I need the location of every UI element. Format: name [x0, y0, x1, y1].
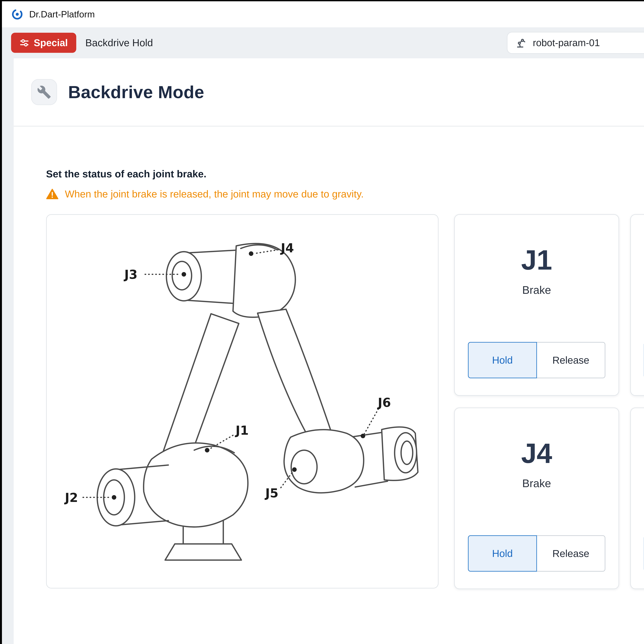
brake-toggle-j1: Hold Release [468, 342, 605, 378]
app-window: Dr.Dart-Platform – ▢ ✕ Special Backdrive… [2, 1, 644, 644]
joint-label-j6: J6 [377, 395, 391, 410]
special-mode-button[interactable]: Special [11, 33, 76, 53]
warning-text: When the joint brake is released, the jo… [65, 188, 364, 200]
brake-toggle-j4: Hold Release [468, 535, 605, 572]
robot-arm-illustration: J1 J2 J3 J4 J5 J6 [47, 215, 438, 588]
robot-illustration-panel: J1 J2 J3 J4 J5 J6 [46, 214, 439, 588]
title-bar: Dr.Dart-Platform – ▢ ✕ [2, 1, 644, 27]
joint-name: J1 [521, 246, 552, 274]
joint-label-j2: J2 [64, 490, 78, 505]
screen: Dr.Dart-Platform – ▢ ✕ Special Backdrive… [0, 0, 644, 644]
release-button[interactable]: Release [537, 536, 605, 571]
page-header: Backdrive Mode Backdrive Servo On [14, 58, 644, 126]
joint-card-j4: J4 Brake Hold Release [454, 408, 619, 589]
toolbar-right: robot-param-01 aabaf86f [507, 32, 644, 54]
joint-label-j5: J5 [264, 486, 278, 500]
page-title: Backdrive Mode [68, 82, 204, 102]
page-content: Set the status of each joint brake. When… [14, 126, 644, 644]
joint-card-j2: J2 Brake Hold Release [630, 214, 644, 396]
special-label: Special [34, 37, 68, 48]
main-area: Backdrive Mode Backdrive Servo On Set th… [2, 58, 644, 644]
joint-label-j1: J1 [235, 423, 249, 437]
sliders-icon [19, 38, 29, 48]
window-title: Dr.Dart-Platform [29, 9, 95, 19]
content-panel: Backdrive Mode Backdrive Servo On Set th… [14, 58, 644, 644]
robot-param-selector[interactable]: robot-param-01 aabaf86f [507, 32, 644, 54]
release-button[interactable]: Release [537, 343, 605, 378]
robot-param-name: robot-param-01 [533, 37, 600, 48]
warning-icon [46, 189, 58, 200]
app-logo-icon [11, 8, 23, 20]
backdrive-hold-status: Backdrive Hold [85, 37, 153, 49]
joint-brake-label: Brake [522, 477, 551, 490]
toolbar: Special Backdrive Hold robot-param-01 [2, 27, 644, 58]
joint-brake-label: Brake [522, 284, 551, 296]
wrench-icon [37, 85, 51, 99]
warning-row: When the joint brake is released, the jo… [46, 188, 644, 200]
joint-name: J4 [521, 439, 552, 467]
joint-cards-grid: J1 Brake Hold Release J2 Brake Hold [454, 214, 644, 589]
hold-button[interactable]: Hold [468, 342, 537, 378]
page-icon-badge [31, 79, 57, 105]
robot-arm-icon [515, 37, 527, 49]
work-row: J1 J2 J3 J4 J5 J6 J1 [46, 214, 644, 589]
joint-card-j1: J1 Brake Hold Release [454, 214, 619, 396]
hold-button[interactable]: Hold [468, 535, 537, 572]
instruction-text: Set the status of each joint brake. [46, 168, 644, 180]
joint-label-j4: J4 [280, 241, 294, 255]
joint-card-j5: J5 Brake Hold Release [630, 408, 644, 589]
joint-label-j3: J3 [124, 267, 137, 282]
